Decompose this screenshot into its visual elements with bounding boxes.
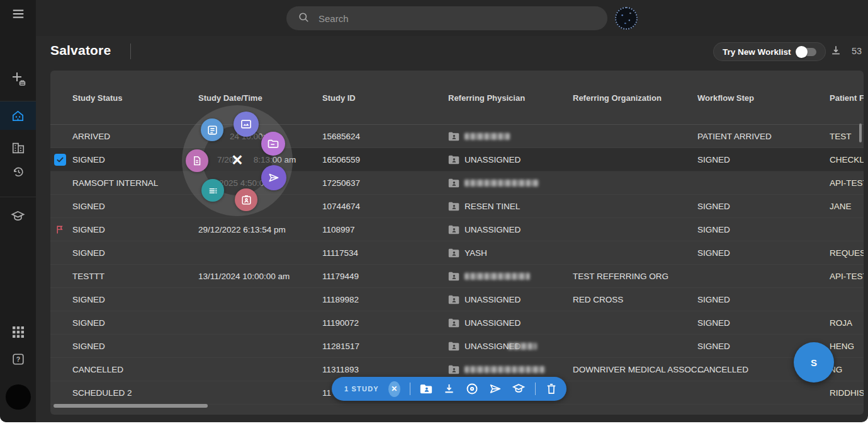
user-avatar-fab[interactable]: S [794, 342, 834, 383]
table-row[interactable]: SIGNED11189982UNASSIGNEDRED CROSSSIGNED [50, 288, 864, 311]
table-row[interactable]: SIGNED11281517UNASSIGNEDSIGNEDHENG [50, 335, 864, 358]
download-worklist-icon[interactable] [830, 44, 842, 59]
row-checkbox-checked[interactable] [54, 154, 66, 166]
cell-patient-first-name: ROJA [830, 311, 852, 335]
cell-patient-first-name: RIDDHISH [830, 381, 864, 405]
cell-referring-physician: UNASSIGNED [448, 335, 537, 358]
table-row[interactable]: SIGNED11117534YASHSIGNEDREQUEST [50, 241, 864, 265]
redacted-text [465, 366, 545, 373]
patient-card-icon[interactable] [235, 188, 257, 211]
document-icon[interactable] [186, 149, 208, 172]
add-study-icon[interactable] [0, 65, 36, 93]
cell-workflow-step: SIGNED [697, 335, 730, 358]
cell-study-status: SIGNED [72, 195, 105, 218]
cell-patient-first-name: REQUEST [830, 241, 864, 265]
cell-study-date: 13/11/2024 10:00:00 am [198, 265, 290, 288]
selection-count: 1 STUDY [344, 385, 379, 393]
cell-referring-physician [448, 171, 539, 195]
table-row[interactable]: RAMSOFT INTERNAL2025 4:50:017250637API-T… [50, 171, 864, 195]
menu-icon[interactable] [0, 0, 36, 28]
cell-patient-first-name: HENG [830, 335, 854, 358]
cell-study-date: 29/12/2022 6:13:54 pm [198, 218, 286, 241]
physician-folder-icon [448, 202, 459, 211]
try-new-worklist-toggle[interactable]: Try New Worklist [713, 42, 826, 61]
column-header[interactable]: Study Date/Time [198, 93, 262, 106]
folder-icon[interactable] [261, 132, 285, 156]
notes-icon[interactable] [201, 179, 224, 202]
app-window: ? Salvatore Try New Worklist 53 Study St… [0, 0, 868, 422]
worklist-table: Study StatusStudy Date/TimeStudy IDRefer… [50, 71, 864, 415]
cell-study-status: SIGNED [72, 311, 105, 335]
home-icon[interactable] [0, 101, 36, 129]
avatar-initial: S [811, 357, 817, 368]
apps-grid-icon[interactable] [0, 318, 36, 346]
download-icon[interactable] [442, 383, 456, 396]
table-row[interactable]: SIGNED11190072UNASSIGNEDSIGNEDROJA [50, 311, 864, 335]
cell-study-id: 11179449 [322, 265, 359, 288]
report-icon[interactable] [201, 118, 223, 141]
patient-folder-icon[interactable] [419, 382, 433, 396]
search-bar[interactable] [286, 6, 607, 30]
vertical-scrollbar[interactable] [859, 124, 862, 142]
cell-study-status: ARRIVED [72, 125, 110, 148]
radial-context-menu: ✕ [182, 105, 293, 216]
cell-referring-physician: UNASSIGNED [448, 288, 521, 311]
table-row[interactable]: TESTTT13/11/2024 10:00:00 am11179449TEST… [50, 265, 864, 288]
table-row[interactable]: SIGNED29/12/2022 6:13:54 pm1108997UNASSI… [50, 218, 864, 241]
study-count: 53 [852, 46, 862, 56]
cell-patient-first-name: TEST [830, 125, 852, 148]
cell-referring-physician: UNASSIGNED [448, 311, 521, 335]
column-header[interactable]: Study ID [322, 93, 356, 106]
help-icon[interactable]: ? [0, 345, 36, 373]
cell-study-id: 17250637 [322, 171, 360, 195]
column-header[interactable]: Workflow Step [697, 93, 754, 106]
horizontal-scrollbar[interactable] [54, 404, 208, 408]
education-icon[interactable] [512, 382, 526, 396]
toggle-switch[interactable] [798, 48, 816, 56]
search-icon [298, 11, 310, 26]
sidebar: ? [0, 0, 36, 422]
column-header[interactable]: Patient Fir [830, 93, 864, 106]
send-icon[interactable] [488, 382, 502, 396]
column-header[interactable]: Study Status [72, 93, 122, 106]
redacted-text [465, 180, 539, 187]
image-viewer-icon[interactable] [234, 112, 259, 137]
cell-study-status: SIGNED [72, 241, 105, 265]
education-icon[interactable] [0, 202, 36, 230]
send-icon[interactable] [261, 165, 286, 190]
cell-referring-organization: RED CROSS [573, 288, 623, 311]
table-row[interactable]: SIGNED10744674RESEN TINELSIGNEDJANE [50, 195, 864, 218]
cell-study-status: CANCELLED [72, 358, 123, 381]
cell-study-id: 11190072 [322, 311, 359, 335]
physician-folder-icon [448, 295, 459, 304]
redacted-text [465, 133, 510, 140]
cell-patient-first-name: API-TEST [830, 265, 864, 288]
cell-study-status: TESTTT [72, 265, 104, 288]
cell-patient-first-name: CHECKLY [830, 148, 864, 171]
cell-workflow-step: CANCELLED [697, 358, 748, 381]
cell-study-id: 15685624 [322, 125, 360, 148]
cell-study-id: 11189982 [322, 288, 359, 311]
disc-burn-icon[interactable] [465, 382, 479, 396]
cell-study-id: 11 [322, 381, 331, 405]
clear-selection-icon[interactable]: ✕ [388, 381, 400, 397]
actionbar-divider [535, 383, 536, 395]
history-icon[interactable] [0, 158, 36, 186]
search-input[interactable] [318, 13, 596, 24]
physician-folder-icon [448, 225, 459, 234]
trash-icon[interactable] [545, 383, 558, 395]
physician-folder-icon [448, 155, 459, 164]
topbar [36, 0, 868, 36]
table-row[interactable]: ARRIVED24 10:00:015685624PATIENT ARRIVED… [50, 125, 864, 148]
column-header[interactable]: Referring Physician [448, 93, 525, 106]
assistant-orb-icon[interactable] [615, 7, 638, 30]
close-icon[interactable]: ✕ [228, 151, 247, 170]
column-header[interactable]: Referring Organization [573, 93, 662, 106]
redacted-text [465, 273, 530, 280]
cell-referring-physician: RESEN TINEL [448, 195, 520, 218]
cell-patient-first-name: API-TEST [830, 171, 864, 195]
table-row[interactable]: SIGNED7/2008:13:00 am16506559UNASSIGNEDS… [50, 148, 864, 171]
physician-folder-icon [448, 342, 459, 351]
account-avatar[interactable] [0, 383, 36, 411]
cell-study-id: 1108997 [322, 218, 355, 241]
